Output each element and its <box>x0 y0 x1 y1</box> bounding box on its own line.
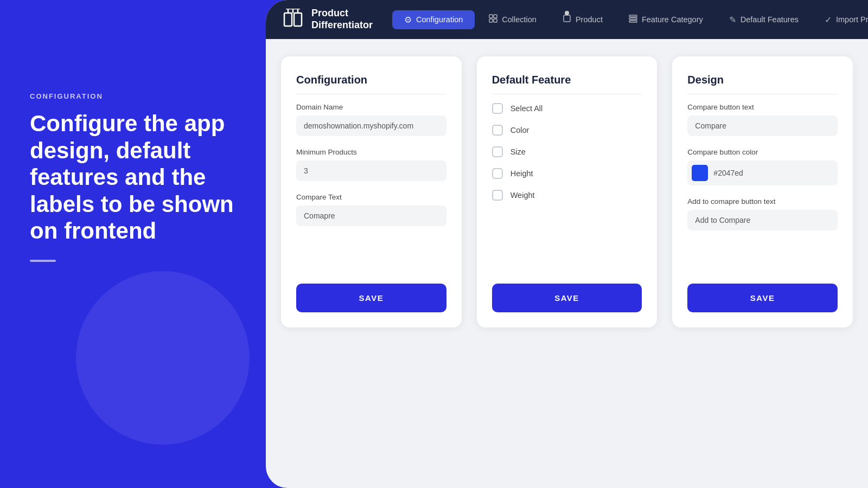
design-card: Design Compare button text Compare butto… <box>672 56 853 328</box>
heading-divider <box>30 260 56 262</box>
min-products-label: Minimum Products <box>296 148 446 156</box>
checkbox-weight[interactable]: Weight <box>492 190 642 201</box>
feature-category-icon <box>629 14 637 25</box>
checkbox-size-label: Size <box>510 147 526 156</box>
tab-default-features[interactable]: ✎ Default Features <box>717 10 810 29</box>
svg-rect-13 <box>629 21 637 22</box>
import-products-icon: ✓ <box>825 15 832 25</box>
collection-icon <box>489 14 497 25</box>
tab-collection[interactable]: Collection <box>477 10 548 29</box>
add-to-compare-label: Add to comapre button text <box>687 197 838 206</box>
config-icon: ⚙ <box>404 15 412 25</box>
add-to-compare-group: Add to comapre button text <box>687 197 838 230</box>
svg-rect-6 <box>489 15 493 18</box>
compare-btn-text-group: Compare button text <box>687 103 838 136</box>
default-feature-save-button[interactable]: SAVE <box>492 284 642 312</box>
tab-product[interactable]: Product <box>551 10 615 29</box>
compare-text-label: Compare Text <box>296 193 446 201</box>
checkbox-size[interactable]: Size <box>492 146 642 157</box>
tab-default-features-label: Default Features <box>741 15 799 24</box>
domain-name-input[interactable] <box>296 115 446 136</box>
compare-btn-text-input[interactable] <box>687 115 838 136</box>
compare-text-input[interactable] <box>296 206 446 226</box>
color-swatch[interactable] <box>692 165 708 181</box>
design-card-title: Design <box>687 74 838 94</box>
logo-icon <box>281 8 305 31</box>
checkbox-color-box[interactable] <box>492 125 503 136</box>
feature-checkbox-list: Select All Color Size Height Weight <box>492 103 642 268</box>
product-icon <box>563 14 571 25</box>
svg-rect-8 <box>489 19 493 22</box>
compare-btn-color-group: Compare button color #2047ed <box>687 148 838 185</box>
left-panel: CONFIGURATION Configure the app design, … <box>30 92 236 262</box>
checkbox-weight-label: Weight <box>510 191 535 200</box>
logo-text: Product Differentiator <box>311 8 373 31</box>
svg-rect-12 <box>629 18 637 20</box>
section-label: CONFIGURATION <box>30 92 236 100</box>
svg-rect-0 <box>284 13 292 26</box>
configuration-card: Configuration Domain Name Minimum Produc… <box>281 56 462 328</box>
checkbox-color[interactable]: Color <box>492 125 642 136</box>
checkbox-weight-box[interactable] <box>492 190 503 201</box>
checkbox-color-label: Color <box>510 126 529 134</box>
color-input-wrapper: #2047ed <box>687 160 838 185</box>
tab-import-products[interactable]: ✓ Import Products <box>813 10 868 29</box>
domain-name-group: Domain Name <box>296 103 446 136</box>
tab-configuration-label: Configuration <box>416 15 463 24</box>
checkbox-select-all-label: Select All <box>510 104 543 113</box>
decorative-circle <box>76 271 250 445</box>
svg-rect-11 <box>629 15 637 17</box>
default-feature-card-title: Default Feature <box>492 74 642 94</box>
cards-container: Configuration Domain Name Minimum Produc… <box>266 39 868 343</box>
checkbox-height-box[interactable] <box>492 168 503 179</box>
domain-name-label: Domain Name <box>296 103 446 111</box>
compare-btn-text-label: Compare button text <box>687 103 838 111</box>
checkbox-select-all-box[interactable] <box>492 103 503 114</box>
main-panel: Product Differentiator ⚙ Configuration <box>266 0 868 488</box>
checkbox-height[interactable]: Height <box>492 168 642 179</box>
add-to-compare-input[interactable] <box>687 210 838 230</box>
tab-product-label: Product <box>576 15 603 24</box>
design-save-button[interactable]: SAVE <box>687 284 838 312</box>
tab-import-products-label: Import Products <box>836 15 868 24</box>
svg-rect-10 <box>564 15 570 22</box>
main-heading: Configure the app design, default featur… <box>30 110 236 245</box>
tab-collection-label: Collection <box>502 15 537 24</box>
nav-bar: Product Differentiator ⚙ Configuration <box>266 0 868 39</box>
svg-rect-7 <box>494 15 497 18</box>
svg-rect-9 <box>494 19 497 22</box>
checkbox-height-label: Height <box>510 169 533 178</box>
min-products-input[interactable] <box>296 160 446 181</box>
nav-tabs: ⚙ Configuration Collection <box>392 10 868 29</box>
default-feature-card: Default Feature Select All Color Size He… <box>477 56 658 328</box>
compare-btn-color-label: Compare button color <box>687 148 838 156</box>
min-products-group: Minimum Products <box>296 148 446 181</box>
checkbox-select-all[interactable]: Select All <box>492 103 642 114</box>
svg-rect-1 <box>294 13 302 26</box>
default-features-icon: ✎ <box>729 15 736 25</box>
checkbox-size-box[interactable] <box>492 146 503 157</box>
app-logo: Product Differentiator <box>281 8 373 31</box>
tab-configuration[interactable]: ⚙ Configuration <box>392 10 475 29</box>
configuration-card-title: Configuration <box>296 74 446 94</box>
configuration-save-button[interactable]: SAVE <box>296 284 446 312</box>
tab-feature-category[interactable]: Feature Category <box>617 10 715 29</box>
compare-text-group: Compare Text <box>296 193 446 226</box>
color-value-text: #2047ed <box>713 169 743 177</box>
tab-feature-category-label: Feature Category <box>642 15 703 24</box>
